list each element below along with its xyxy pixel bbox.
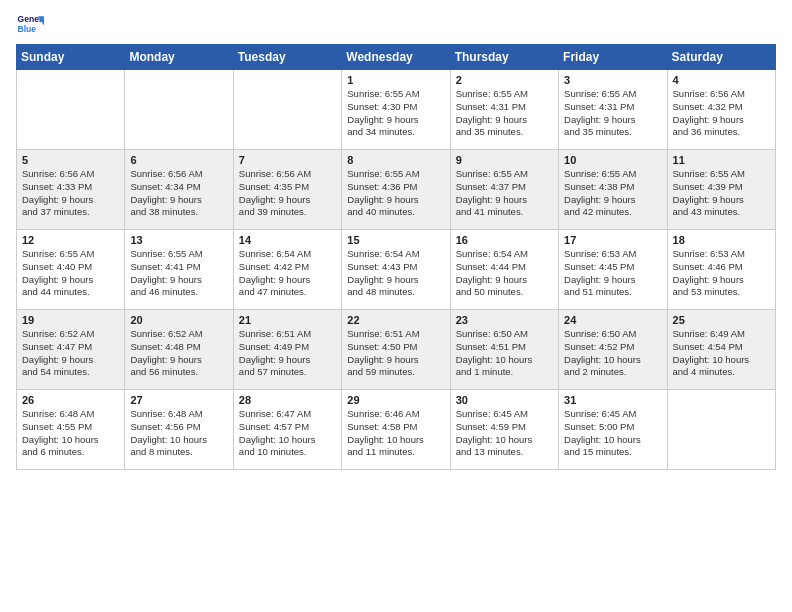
- calendar-cell: 18Sunrise: 6:53 AM Sunset: 4:46 PM Dayli…: [667, 230, 775, 310]
- weekday-monday: Monday: [125, 45, 233, 70]
- calendar-week-1: 1Sunrise: 6:55 AM Sunset: 4:30 PM Daylig…: [17, 70, 776, 150]
- day-number: 1: [347, 74, 444, 86]
- calendar-cell: [125, 70, 233, 150]
- calendar-cell: 2Sunrise: 6:55 AM Sunset: 4:31 PM Daylig…: [450, 70, 558, 150]
- day-number: 21: [239, 314, 336, 326]
- day-content: Sunrise: 6:56 AM Sunset: 4:34 PM Dayligh…: [130, 168, 227, 219]
- day-content: Sunrise: 6:50 AM Sunset: 4:51 PM Dayligh…: [456, 328, 553, 379]
- day-number: 27: [130, 394, 227, 406]
- day-number: 9: [456, 154, 553, 166]
- day-number: 30: [456, 394, 553, 406]
- day-number: 7: [239, 154, 336, 166]
- calendar-cell: 7Sunrise: 6:56 AM Sunset: 4:35 PM Daylig…: [233, 150, 341, 230]
- calendar-cell: 31Sunrise: 6:45 AM Sunset: 5:00 PM Dayli…: [559, 390, 667, 470]
- weekday-sunday: Sunday: [17, 45, 125, 70]
- day-content: Sunrise: 6:48 AM Sunset: 4:56 PM Dayligh…: [130, 408, 227, 459]
- day-content: Sunrise: 6:55 AM Sunset: 4:36 PM Dayligh…: [347, 168, 444, 219]
- day-content: Sunrise: 6:50 AM Sunset: 4:52 PM Dayligh…: [564, 328, 661, 379]
- calendar-page: General Blue SundayMondayTuesdayWednesda…: [0, 0, 792, 612]
- day-number: 20: [130, 314, 227, 326]
- day-content: Sunrise: 6:52 AM Sunset: 4:47 PM Dayligh…: [22, 328, 119, 379]
- calendar-cell: 22Sunrise: 6:51 AM Sunset: 4:50 PM Dayli…: [342, 310, 450, 390]
- weekday-thursday: Thursday: [450, 45, 558, 70]
- calendar-cell: [667, 390, 775, 470]
- day-content: Sunrise: 6:55 AM Sunset: 4:38 PM Dayligh…: [564, 168, 661, 219]
- day-content: Sunrise: 6:47 AM Sunset: 4:57 PM Dayligh…: [239, 408, 336, 459]
- day-number: 14: [239, 234, 336, 246]
- day-number: 17: [564, 234, 661, 246]
- day-number: 28: [239, 394, 336, 406]
- day-number: 24: [564, 314, 661, 326]
- day-number: 19: [22, 314, 119, 326]
- day-content: Sunrise: 6:52 AM Sunset: 4:48 PM Dayligh…: [130, 328, 227, 379]
- day-content: Sunrise: 6:55 AM Sunset: 4:40 PM Dayligh…: [22, 248, 119, 299]
- calendar-cell: 17Sunrise: 6:53 AM Sunset: 4:45 PM Dayli…: [559, 230, 667, 310]
- logo: General Blue: [16, 10, 46, 38]
- day-content: Sunrise: 6:55 AM Sunset: 4:31 PM Dayligh…: [456, 88, 553, 139]
- calendar-cell: 26Sunrise: 6:48 AM Sunset: 4:55 PM Dayli…: [17, 390, 125, 470]
- day-number: 13: [130, 234, 227, 246]
- calendar-cell: 4Sunrise: 6:56 AM Sunset: 4:32 PM Daylig…: [667, 70, 775, 150]
- calendar-week-3: 12Sunrise: 6:55 AM Sunset: 4:40 PM Dayli…: [17, 230, 776, 310]
- day-content: Sunrise: 6:54 AM Sunset: 4:42 PM Dayligh…: [239, 248, 336, 299]
- day-number: 29: [347, 394, 444, 406]
- weekday-wednesday: Wednesday: [342, 45, 450, 70]
- day-content: Sunrise: 6:49 AM Sunset: 4:54 PM Dayligh…: [673, 328, 770, 379]
- day-content: Sunrise: 6:55 AM Sunset: 4:30 PM Dayligh…: [347, 88, 444, 139]
- day-content: Sunrise: 6:55 AM Sunset: 4:31 PM Dayligh…: [564, 88, 661, 139]
- day-content: Sunrise: 6:56 AM Sunset: 4:35 PM Dayligh…: [239, 168, 336, 219]
- calendar-cell: 16Sunrise: 6:54 AM Sunset: 4:44 PM Dayli…: [450, 230, 558, 310]
- day-content: Sunrise: 6:45 AM Sunset: 4:59 PM Dayligh…: [456, 408, 553, 459]
- calendar-cell: 28Sunrise: 6:47 AM Sunset: 4:57 PM Dayli…: [233, 390, 341, 470]
- calendar-cell: 24Sunrise: 6:50 AM Sunset: 4:52 PM Dayli…: [559, 310, 667, 390]
- weekday-saturday: Saturday: [667, 45, 775, 70]
- svg-text:Blue: Blue: [18, 24, 37, 34]
- calendar-body: 1Sunrise: 6:55 AM Sunset: 4:30 PM Daylig…: [17, 70, 776, 470]
- calendar-cell: 6Sunrise: 6:56 AM Sunset: 4:34 PM Daylig…: [125, 150, 233, 230]
- day-content: Sunrise: 6:46 AM Sunset: 4:58 PM Dayligh…: [347, 408, 444, 459]
- calendar-cell: 19Sunrise: 6:52 AM Sunset: 4:47 PM Dayli…: [17, 310, 125, 390]
- day-number: 6: [130, 154, 227, 166]
- header: General Blue: [16, 10, 776, 38]
- calendar-cell: 30Sunrise: 6:45 AM Sunset: 4:59 PM Dayli…: [450, 390, 558, 470]
- calendar-cell: 10Sunrise: 6:55 AM Sunset: 4:38 PM Dayli…: [559, 150, 667, 230]
- day-number: 16: [456, 234, 553, 246]
- calendar-cell: 12Sunrise: 6:55 AM Sunset: 4:40 PM Dayli…: [17, 230, 125, 310]
- calendar-cell: 25Sunrise: 6:49 AM Sunset: 4:54 PM Dayli…: [667, 310, 775, 390]
- calendar-cell: 23Sunrise: 6:50 AM Sunset: 4:51 PM Dayli…: [450, 310, 558, 390]
- calendar-cell: 11Sunrise: 6:55 AM Sunset: 4:39 PM Dayli…: [667, 150, 775, 230]
- calendar-cell: 13Sunrise: 6:55 AM Sunset: 4:41 PM Dayli…: [125, 230, 233, 310]
- calendar-table: SundayMondayTuesdayWednesdayThursdayFrid…: [16, 44, 776, 470]
- weekday-friday: Friday: [559, 45, 667, 70]
- day-number: 15: [347, 234, 444, 246]
- day-number: 8: [347, 154, 444, 166]
- calendar-cell: [233, 70, 341, 150]
- day-number: 4: [673, 74, 770, 86]
- calendar-week-5: 26Sunrise: 6:48 AM Sunset: 4:55 PM Dayli…: [17, 390, 776, 470]
- calendar-cell: 14Sunrise: 6:54 AM Sunset: 4:42 PM Dayli…: [233, 230, 341, 310]
- calendar-cell: 21Sunrise: 6:51 AM Sunset: 4:49 PM Dayli…: [233, 310, 341, 390]
- day-number: 10: [564, 154, 661, 166]
- day-content: Sunrise: 6:55 AM Sunset: 4:39 PM Dayligh…: [673, 168, 770, 219]
- day-content: Sunrise: 6:56 AM Sunset: 4:32 PM Dayligh…: [673, 88, 770, 139]
- calendar-cell: 27Sunrise: 6:48 AM Sunset: 4:56 PM Dayli…: [125, 390, 233, 470]
- day-content: Sunrise: 6:53 AM Sunset: 4:46 PM Dayligh…: [673, 248, 770, 299]
- calendar-cell: [17, 70, 125, 150]
- calendar-week-4: 19Sunrise: 6:52 AM Sunset: 4:47 PM Dayli…: [17, 310, 776, 390]
- day-content: Sunrise: 6:48 AM Sunset: 4:55 PM Dayligh…: [22, 408, 119, 459]
- day-number: 31: [564, 394, 661, 406]
- day-content: Sunrise: 6:54 AM Sunset: 4:43 PM Dayligh…: [347, 248, 444, 299]
- day-number: 25: [673, 314, 770, 326]
- day-content: Sunrise: 6:51 AM Sunset: 4:49 PM Dayligh…: [239, 328, 336, 379]
- calendar-cell: 20Sunrise: 6:52 AM Sunset: 4:48 PM Dayli…: [125, 310, 233, 390]
- calendar-cell: 5Sunrise: 6:56 AM Sunset: 4:33 PM Daylig…: [17, 150, 125, 230]
- day-content: Sunrise: 6:45 AM Sunset: 5:00 PM Dayligh…: [564, 408, 661, 459]
- day-number: 3: [564, 74, 661, 86]
- day-number: 12: [22, 234, 119, 246]
- day-content: Sunrise: 6:56 AM Sunset: 4:33 PM Dayligh…: [22, 168, 119, 219]
- day-content: Sunrise: 6:55 AM Sunset: 4:41 PM Dayligh…: [130, 248, 227, 299]
- calendar-week-2: 5Sunrise: 6:56 AM Sunset: 4:33 PM Daylig…: [17, 150, 776, 230]
- day-content: Sunrise: 6:55 AM Sunset: 4:37 PM Dayligh…: [456, 168, 553, 219]
- day-content: Sunrise: 6:54 AM Sunset: 4:44 PM Dayligh…: [456, 248, 553, 299]
- day-number: 23: [456, 314, 553, 326]
